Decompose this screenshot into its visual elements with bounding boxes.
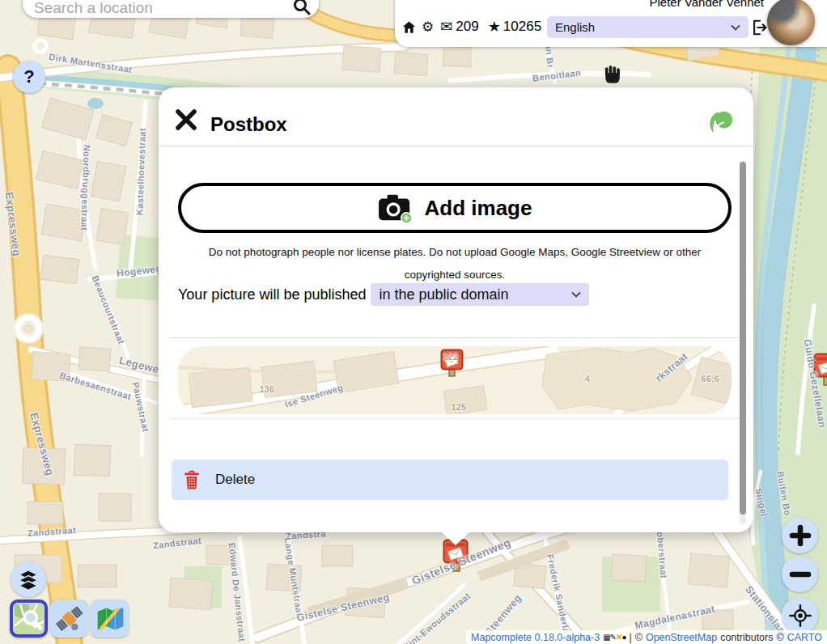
folded-map-icon xyxy=(95,604,125,633)
layers-icon xyxy=(16,567,40,591)
chevron-down-icon xyxy=(571,291,581,298)
basemap-style-satellite-button[interactable] xyxy=(50,600,88,638)
add-image-label: Add image xyxy=(425,196,532,221)
edit-icon[interactable]: ✎ xyxy=(610,633,616,642)
feature-minimap[interactable]: 122136lse Steenweg125466;6rkstraat xyxy=(178,346,732,414)
satellite-icon xyxy=(55,604,84,633)
star-icon: ★ xyxy=(488,19,501,34)
minus-icon xyxy=(789,563,812,586)
basemap-style-osm-button[interactable] xyxy=(10,600,48,638)
osm-link[interactable]: OpenStreetMap xyxy=(646,632,717,643)
license-select[interactable]: in the public domain xyxy=(371,283,589,306)
dialog-scrollbar-thumb[interactable] xyxy=(740,162,746,515)
search-bar xyxy=(23,0,319,18)
attribution-separator: | xyxy=(629,632,631,643)
crosshair-icon xyxy=(788,604,812,628)
language-selected-value: English xyxy=(555,20,595,34)
app-window: Dirk MartensstraatBenoitlaanJan BrNoordb… xyxy=(0,0,827,644)
messages-count[interactable]: 209 xyxy=(456,19,478,35)
zoom-in-button[interactable] xyxy=(782,517,818,553)
settings-gear-icon[interactable]: ⚙ xyxy=(422,20,434,34)
zoom-out-button[interactable] xyxy=(782,556,818,592)
delete-label: Delete xyxy=(215,472,255,488)
image-license-warning: Do not photograph people nor license pla… xyxy=(188,241,722,286)
license-prefix: Your picture will be published xyxy=(178,286,366,303)
plus-icon xyxy=(789,524,812,547)
divider xyxy=(170,337,742,338)
points-count[interactable]: 10265 xyxy=(503,19,541,35)
logout-icon[interactable] xyxy=(751,17,769,38)
delete-button[interactable]: Delete xyxy=(172,460,728,500)
license-selected-value: in the public domain xyxy=(379,286,508,303)
mastodon-icon[interactable]: ● xyxy=(621,633,626,642)
language-select[interactable]: English xyxy=(547,16,749,38)
home-icon[interactable] xyxy=(401,19,417,35)
user-panel: Pieter Vander Vennet ⚙ ✉ 209 ★ 10265 Eng… xyxy=(395,0,827,47)
hand-cursor-icon xyxy=(602,65,623,86)
app-version-link[interactable]: Mapcomplete 0.18.0-alpha-3 xyxy=(471,632,600,643)
camera-icon xyxy=(378,192,414,224)
search-icon[interactable] xyxy=(293,0,311,15)
username: Pieter Vander Vennet xyxy=(650,0,765,9)
dialog-title: Postbox xyxy=(210,113,287,136)
osm-contributors: contributors xyxy=(720,632,773,643)
chevron-down-icon xyxy=(731,24,740,31)
help-button[interactable]: ? xyxy=(13,61,45,93)
geolocate-button[interactable] xyxy=(782,597,818,633)
messages-envelope-icon[interactable]: ✉ xyxy=(440,19,452,34)
basemap-style-map-button[interactable] xyxy=(91,600,129,638)
close-icon[interactable] xyxy=(172,105,201,134)
carto-copyright: © xyxy=(776,632,783,643)
osm-map-icon xyxy=(15,604,44,633)
dialog-scrollbar[interactable] xyxy=(740,160,746,524)
feature-dialog: Postbox Add image Do not photograph peop… xyxy=(159,87,753,532)
osm-copyright: © xyxy=(635,632,643,643)
divider xyxy=(170,418,742,419)
trash-icon xyxy=(183,469,201,490)
license-row: Your picture will be published in the pu… xyxy=(178,283,589,306)
attribution-bar: Mapcomplete 0.18.0-alpha-3▦✎✕● | © OpenS… xyxy=(466,630,827,644)
statistics-icon[interactable]: ▦ xyxy=(603,633,609,642)
dialog-pointer-tail xyxy=(441,532,470,545)
divider xyxy=(159,146,753,146)
add-image-button[interactable]: Add image xyxy=(178,183,732,233)
carto-link[interactable]: CARTO xyxy=(787,632,822,643)
layers-button[interactable] xyxy=(11,561,46,597)
theme-logo-icon xyxy=(705,107,736,138)
help-label: ? xyxy=(23,66,34,87)
search-input[interactable] xyxy=(23,0,290,18)
